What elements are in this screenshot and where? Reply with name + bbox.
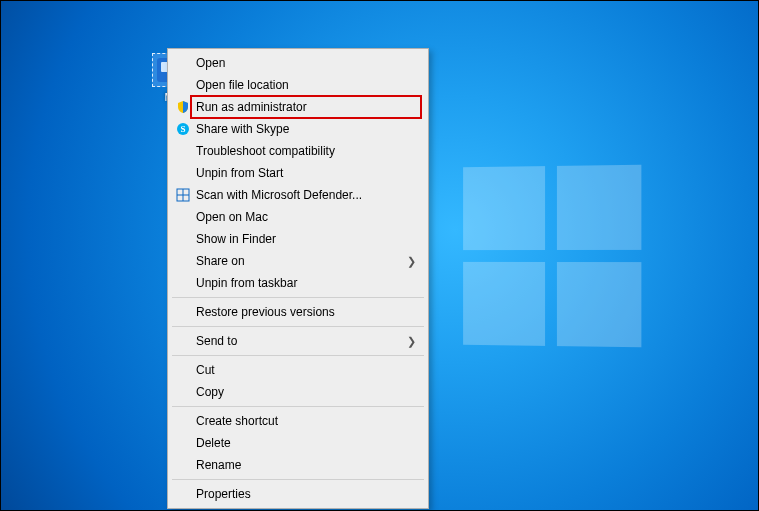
menu-item-label: Send to: [196, 334, 407, 348]
skype-icon: S: [170, 122, 196, 136]
shield-icon: [170, 100, 196, 114]
menu-item-label: Delete: [196, 436, 420, 450]
menu-item-label: Troubleshoot compatibility: [196, 144, 420, 158]
menu-item-label: Copy: [196, 385, 420, 399]
menu-item-label: Create shortcut: [196, 414, 420, 428]
menu-copy[interactable]: Copy: [170, 381, 426, 403]
chevron-right-icon: ❯: [407, 335, 420, 348]
menu-item-label: Cut: [196, 363, 420, 377]
menu-item-label: Unpin from Start: [196, 166, 420, 180]
menu-unpin-from-taskbar[interactable]: Unpin from taskbar: [170, 272, 426, 294]
menu-rename[interactable]: Rename: [170, 454, 426, 476]
separator: [172, 297, 424, 298]
separator: [172, 326, 424, 327]
menu-send-to[interactable]: Send to ❯: [170, 330, 426, 352]
menu-item-label: Open file location: [196, 78, 420, 92]
menu-item-label: Share with Skype: [196, 122, 420, 136]
menu-share-on[interactable]: Share on ❯: [170, 250, 426, 272]
windows-logo-icon: [463, 165, 641, 348]
menu-item-label: Properties: [196, 487, 420, 501]
desktop-background: M Open Open file location Run as adminis…: [1, 1, 758, 510]
svg-text:S: S: [180, 124, 185, 134]
menu-item-label: Run as administrator: [196, 100, 420, 114]
menu-open-file-location[interactable]: Open file location: [170, 74, 426, 96]
separator: [172, 406, 424, 407]
menu-unpin-from-start[interactable]: Unpin from Start: [170, 162, 426, 184]
menu-item-label: Unpin from taskbar: [196, 276, 420, 290]
context-menu: Open Open file location Run as administr…: [167, 48, 429, 509]
separator: [172, 479, 424, 480]
menu-share-with-skype[interactable]: S Share with Skype: [170, 118, 426, 140]
menu-item-label: Open on Mac: [196, 210, 420, 224]
defender-icon: [170, 188, 196, 202]
menu-create-shortcut[interactable]: Create shortcut: [170, 410, 426, 432]
menu-item-label: Scan with Microsoft Defender...: [196, 188, 420, 202]
menu-show-in-finder[interactable]: Show in Finder: [170, 228, 426, 250]
menu-restore-previous-versions[interactable]: Restore previous versions: [170, 301, 426, 323]
separator: [172, 355, 424, 356]
menu-item-label: Show in Finder: [196, 232, 420, 246]
menu-item-label: Open: [196, 56, 420, 70]
menu-open-on-mac[interactable]: Open on Mac: [170, 206, 426, 228]
menu-item-label: Restore previous versions: [196, 305, 420, 319]
menu-item-label: Rename: [196, 458, 420, 472]
menu-run-as-administrator[interactable]: Run as administrator: [170, 96, 426, 118]
menu-delete[interactable]: Delete: [170, 432, 426, 454]
chevron-right-icon: ❯: [407, 255, 420, 268]
menu-properties[interactable]: Properties: [170, 483, 426, 505]
menu-item-label: Share on: [196, 254, 407, 268]
menu-troubleshoot-compatibility[interactable]: Troubleshoot compatibility: [170, 140, 426, 162]
menu-open[interactable]: Open: [170, 52, 426, 74]
menu-scan-defender[interactable]: Scan with Microsoft Defender...: [170, 184, 426, 206]
menu-cut[interactable]: Cut: [170, 359, 426, 381]
